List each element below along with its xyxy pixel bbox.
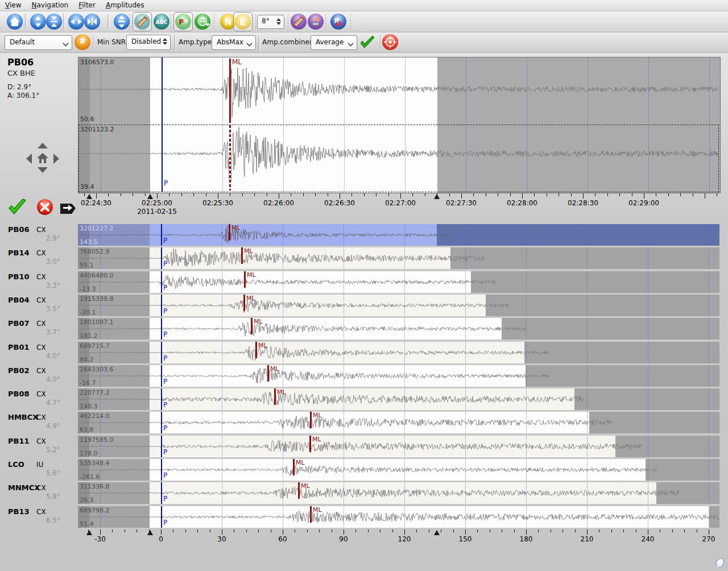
p-pick-marker[interactable] <box>161 436 162 457</box>
trace-row-pb10[interactable]: PML4406480.0-13.3 <box>78 271 719 293</box>
zoom-vertical-button[interactable] <box>30 14 46 30</box>
nav-down-button[interactable] <box>38 167 48 173</box>
p-pick-marker[interactable] <box>161 295 162 316</box>
station-code-label[interactable]: PB01 <box>8 343 30 351</box>
menu-item-amplitudes[interactable]: Amplitudes <box>101 0 150 10</box>
ml-pick-marker[interactable] <box>251 318 253 334</box>
station-code-label[interactable]: PB11 <box>8 437 30 445</box>
p-pick-marker[interactable] <box>161 365 162 387</box>
p-waveform-button[interactable]: P <box>330 14 346 30</box>
station-code-label[interactable]: PB08 <box>8 390 30 398</box>
fit-vertical-button[interactable] <box>46 14 62 30</box>
ml-pick-marker[interactable] <box>309 436 311 452</box>
station-code-label[interactable]: HMBCX <box>8 413 38 421</box>
time-range-marker[interactable] <box>147 530 153 535</box>
nav-up-button[interactable] <box>38 143 48 148</box>
trace-row-pb01[interactable]: PML689715.784.2 <box>78 342 719 363</box>
trace-row-pb08[interactable]: PML220777.2140.3 <box>78 388 719 410</box>
station-code-label[interactable]: PB14 <box>8 249 30 257</box>
trace-row-hmbcx[interactable]: PML462214.063.8 <box>78 412 719 433</box>
amp-type-combobox[interactable]: AbsMax <box>212 35 256 50</box>
amplitude-value-label: 181.2 <box>80 332 98 340</box>
trace-row-pb04[interactable]: PML1915339.8-20.1 <box>78 295 719 316</box>
accept-pick-button[interactable] <box>7 198 27 217</box>
zoom-horizontal-button[interactable] <box>68 14 84 30</box>
ml-pick-marker[interactable] <box>244 271 246 288</box>
min-snr-spinbox[interactable]: Disabled <box>126 35 171 50</box>
size-grip-icon[interactable] <box>713 557 725 569</box>
station-code-label[interactable]: PB10 <box>8 272 30 281</box>
hash-button[interactable]: # <box>75 34 90 50</box>
trace-row-pb13[interactable]: PML689798.251.4 <box>78 506 719 528</box>
time-range-marker[interactable] <box>86 194 92 199</box>
ml-pick-marker[interactable] <box>274 388 276 405</box>
ml-pick-marker[interactable] <box>229 224 230 241</box>
amp-combiner-combobox[interactable]: Average <box>311 35 357 50</box>
component-e-button[interactable]: E <box>235 14 251 30</box>
trace-row-pb06[interactable]: PML3201227.2143.5 <box>78 224 719 246</box>
time-range-marker[interactable] <box>86 530 92 535</box>
p-pick-marker[interactable] <box>161 318 162 340</box>
green-check-icon[interactable] <box>358 34 377 51</box>
home-button[interactable] <box>7 14 23 30</box>
reject-pick-button[interactable] <box>37 199 53 215</box>
annotation-button[interactable]: ABC <box>154 14 169 30</box>
ml-pick-marker[interactable] <box>267 365 269 382</box>
station-code-label[interactable]: PB13 <box>8 507 30 516</box>
nav-right-button[interactable] <box>53 154 59 164</box>
p-pick-marker[interactable] <box>161 224 162 246</box>
nav-home-button[interactable] <box>36 151 49 165</box>
red-target-button[interactable] <box>382 34 398 50</box>
menu-item-navigation[interactable]: Navigation <box>26 0 73 10</box>
ml-pick-marker[interactable] <box>310 506 312 523</box>
p-pick-marker[interactable] <box>161 388 162 410</box>
station-code-label[interactable]: PB07 <box>8 319 30 328</box>
menu-item-filter[interactable]: Filter <box>73 0 101 10</box>
profile-combobox[interactable]: Default <box>5 35 72 50</box>
trace-row-lco[interactable]: PML535348.4-261.6 <box>78 459 719 481</box>
trace-row-pb07[interactable]: PML1801097.1181.2 <box>78 318 719 340</box>
station-code-label[interactable]: MNMCX <box>8 483 40 492</box>
measure-amplitude-button[interactable] <box>134 14 150 30</box>
p-pick-marker[interactable] <box>161 271 162 293</box>
time-range-marker[interactable] <box>434 194 440 199</box>
ml-pick-marker[interactable] <box>241 247 243 264</box>
p-pick-marker[interactable] <box>162 57 163 192</box>
spin-arrows-icon[interactable] <box>276 17 281 26</box>
apply-picks-button[interactable] <box>195 14 210 30</box>
p-pick-marker[interactable] <box>161 342 162 363</box>
ml-pick-marker[interactable] <box>229 59 231 123</box>
axis-tick <box>562 529 563 532</box>
fit-horizontal-button[interactable] <box>84 14 100 30</box>
amplitude-pick-button[interactable]: P <box>308 14 324 30</box>
station-code-label[interactable]: PB04 <box>8 296 30 304</box>
trace-row-pb11[interactable]: PML1197585.0178.0 <box>78 436 719 457</box>
station-code-label[interactable]: LCO <box>8 460 24 469</box>
amplitude-ruler-button[interactable] <box>291 14 307 30</box>
zoom-trace-panel[interactable]: PML3106573.050.63201123.239.4 <box>78 57 721 193</box>
station-code-label[interactable]: PB06 <box>8 225 30 234</box>
nav-left-button[interactable] <box>26 154 32 164</box>
trace-row-pb02[interactable]: PML1643303.6-16.7 <box>78 365 719 387</box>
menu-item-view[interactable]: View <box>0 0 26 10</box>
p-pick-marker[interactable] <box>161 412 162 433</box>
scale-amplitudes-button[interactable] <box>114 14 130 30</box>
ml-pick-marker[interactable] <box>243 295 245 311</box>
spin-arrows-icon[interactable] <box>163 37 167 46</box>
ml-pick-marker[interactable] <box>310 412 312 428</box>
time-range-marker[interactable] <box>434 530 440 535</box>
station-code-label[interactable]: PB02 <box>8 366 30 375</box>
ml-pick-marker[interactable] <box>255 342 257 358</box>
p-pick-marker[interactable] <box>161 247 162 269</box>
ml-pick-marker[interactable] <box>293 459 295 475</box>
angle-spinbox[interactable]: 8° <box>257 15 284 29</box>
trace-row-mnmcx[interactable]: PML311336.826.3 <box>78 482 719 504</box>
trace-row-pb14[interactable]: PML768052.955.1 <box>78 247 719 269</box>
pick-phase-button[interactable]: P <box>175 14 191 30</box>
p-pick-marker[interactable] <box>161 459 162 481</box>
time-range-marker[interactable] <box>147 194 153 199</box>
ml-pick-marker-dashed[interactable] <box>229 125 231 191</box>
ml-pick-marker[interactable] <box>298 482 300 499</box>
p-pick-marker[interactable] <box>161 506 162 528</box>
p-pick-marker[interactable] <box>161 482 162 504</box>
